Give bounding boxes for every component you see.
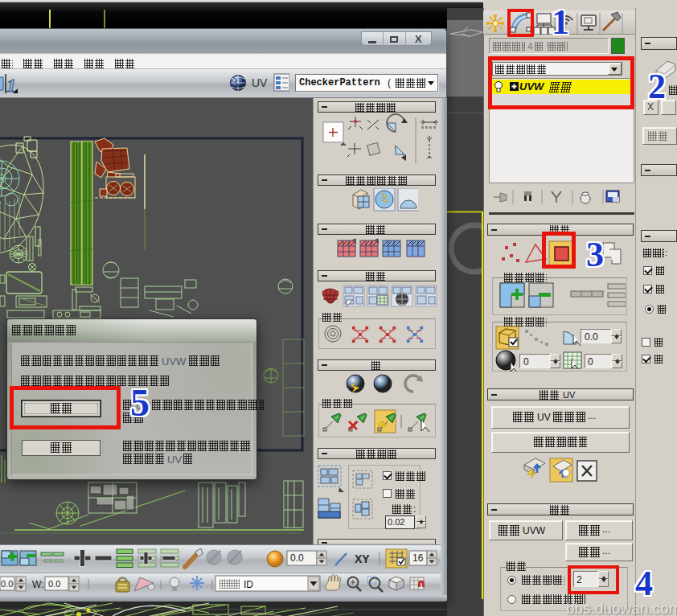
svg-text:0.0: 0.0 [290, 552, 304, 564]
svg-text:0.0: 0.0 [48, 579, 60, 589]
svg-text:0.0: 0.0 [1, 579, 13, 589]
svg-text:ID: ID [244, 579, 253, 590]
svg-text:W:: W: [32, 579, 43, 590]
svg-text:XY: XY [355, 552, 370, 565]
svg-text:16: 16 [412, 552, 424, 564]
